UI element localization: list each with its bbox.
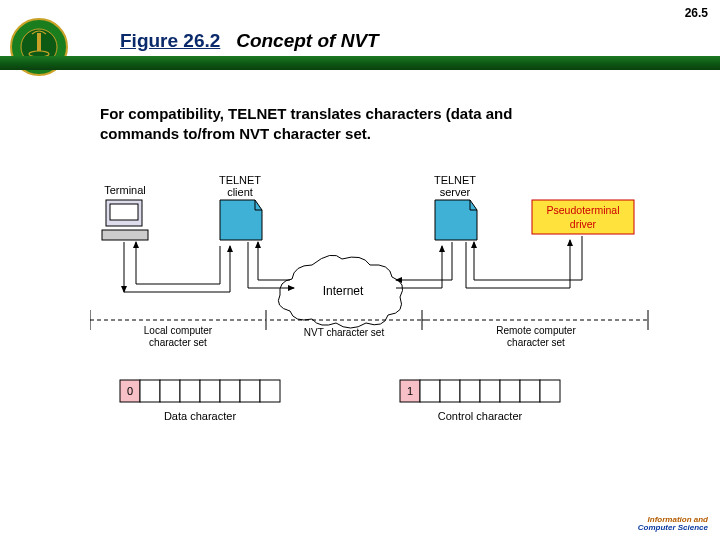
svg-text:0: 0 <box>127 385 133 397</box>
terminal-label: Terminal <box>104 184 146 196</box>
svg-rect-43 <box>160 380 180 402</box>
figure-desc: Concept of NVT <box>236 30 379 51</box>
svg-rect-48 <box>260 380 280 402</box>
figure-title: Figure 26.2 Concept of NVT <box>120 30 379 52</box>
footer-logo: Information and Computer Science <box>638 516 708 532</box>
remote-set-1: Remote computer <box>496 325 576 336</box>
svg-rect-57 <box>540 380 560 402</box>
svg-rect-54 <box>480 380 500 402</box>
svg-rect-2 <box>37 33 41 51</box>
control-char-label: Control character <box>438 410 523 422</box>
local-set-2: character set <box>149 337 207 348</box>
svg-rect-47 <box>240 380 260 402</box>
server-label-1: TELNET <box>434 174 476 186</box>
figure-label: Figure 26.2 <box>120 30 220 51</box>
svg-rect-42 <box>140 380 160 402</box>
data-char-label: Data character <box>164 410 236 422</box>
control-char-byte: 1 <box>400 380 560 402</box>
svg-text:1: 1 <box>407 385 413 397</box>
internet-label: Internet <box>323 284 364 298</box>
svg-rect-56 <box>520 380 540 402</box>
svg-rect-5 <box>110 204 138 220</box>
header-green-bar <box>0 56 720 70</box>
footer-line2: Computer Science <box>638 523 708 532</box>
nvt-set: NVT character set <box>304 327 385 338</box>
svg-rect-45 <box>200 380 220 402</box>
svg-rect-51 <box>420 380 440 402</box>
svg-rect-55 <box>500 380 520 402</box>
nvt-diagram: Terminal TELNET client TELNET server Pse… <box>90 170 650 440</box>
pseudo-label-1: Pseudoterminal <box>547 204 620 216</box>
local-set-1: Local computer <box>144 325 213 336</box>
data-char-byte: 0 <box>120 380 280 402</box>
svg-rect-53 <box>460 380 480 402</box>
body-text: For compatibility, TELNET translates cha… <box>100 104 580 143</box>
client-label-1: TELNET <box>219 174 261 186</box>
svg-rect-6 <box>102 230 148 240</box>
pseudo-label-2: driver <box>570 218 597 230</box>
page-number: 26.5 <box>685 6 708 20</box>
svg-rect-46 <box>220 380 240 402</box>
remote-set-2: character set <box>507 337 565 348</box>
server-label-2: server <box>440 186 471 198</box>
client-label-2: client <box>227 186 253 198</box>
svg-rect-52 <box>440 380 460 402</box>
svg-rect-44 <box>180 380 200 402</box>
